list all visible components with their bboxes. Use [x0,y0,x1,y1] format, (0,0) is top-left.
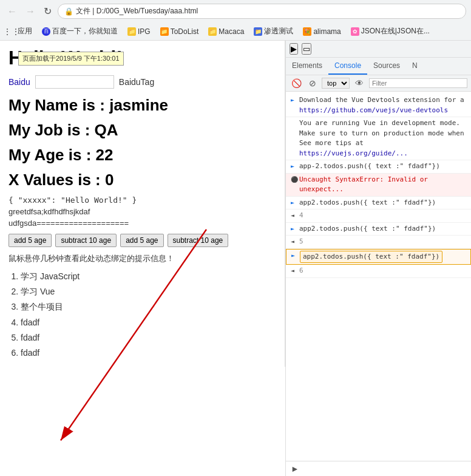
add5age-btn2[interactable]: add 5 age [120,234,163,247]
bookmark-ipg-label: IPG [138,27,151,36]
expand-arrow[interactable]: ► [291,95,297,104]
folder-icon: 📁 [127,27,136,36]
folder-icon: 📁 [208,27,217,36]
vuejs-link[interactable]: https://vuejs.org/guide/... [299,149,408,157]
list-item: fdadf [21,345,276,361]
button-row: add 5 age subtract 10 age add 5 age subt… [8,234,276,247]
bookmark-json[interactable]: ✿ JSON在线|JSON在... [348,25,432,38]
list-item: 学习 Vue [21,284,276,299]
console-text: Uncaught SyntaxError: Invalid or unexpec… [299,175,466,195]
console-toolbar: 🚫 ⊘ top 👁 [286,75,471,92]
error-icon: ⚫ [291,175,297,184]
console-line: ► app-2.todos.push({ text :" fdadf"}) [286,160,471,174]
console-text: Download the Vue Devtools extension for … [299,95,466,115]
baidu-link[interactable]: Baidu [8,77,30,87]
todo-list: 学习 JavaScript 学习 Vue 整个牛项目 fdadf fdadf f… [8,269,276,361]
folder-icon: 📁 [160,27,169,36]
security-icon: 🔒 [64,7,73,16]
x-line: X Values is : 0 [8,171,276,189]
console-output: ► Download the Vue Devtools extension fo… [286,92,471,461]
expand-arrow[interactable]: ► [291,224,297,233]
baidu-tag: BaiduTag [119,77,154,87]
baidu-row: Baidu BaiduTag [8,75,276,89]
return-arrow: ◄ [291,237,297,246]
console-highlighted-line: ► app2.todos.push({ text :" fdadf"}) [286,249,471,265]
return-arrow: ◄ [291,266,297,275]
console-line: ► app2.todos.push({ text :" fdadf"}) [286,223,471,236]
console-line: You are running Vue in development mode.… [286,117,471,160]
console-line: ► app2.todos.push({ text :" fdadf"}) [286,197,471,210]
refresh-button[interactable]: ↻ [41,4,54,18]
devtools-link[interactable]: https://github.com/vuejs/vue-devtools [299,106,448,114]
baidu-input[interactable] [35,75,114,89]
console-output-line: ◄ 6 [286,265,471,278]
back-button[interactable]: ← [5,5,19,18]
tab-sources[interactable]: Sources [367,58,406,75]
greet-text: greetdfsa;kdfhdfhsjkdaf [8,207,276,216]
nav-bar: ← → ↻ 🔒 文件 | D:/00G_Web/Tuesday/aaa.html [0,0,471,22]
job-line: My Job is : QA [8,121,276,140]
highlighted-input: app2.todos.push({ text :" fdadf"}) [300,251,442,264]
subtract10age-btn2[interactable]: subtract 10 age [168,234,229,247]
devtools-panel: ▶ ▭ Elements Console Sources N 🚫 ⊘ top 👁… [285,41,471,476]
expand-arrow[interactable]: ► [291,198,297,207]
name-line: My Name is : jasmine [8,96,276,115]
bookmark-todolist[interactable]: 📁 ToDoList [158,26,202,37]
console-text: 4 [299,211,303,221]
folder-icon: 📁 [254,27,262,36]
bookmark-todolist-label: ToDoList [171,27,199,36]
bookmark-macaca[interactable]: 📁 Macaca [206,26,246,37]
bookmark-pentest-label: 渗透测试 [264,26,293,36]
bookmark-baidu-label: 百度一下，你就知道 [52,26,118,36]
prompt-icon: ► [291,464,299,474]
eye-icon[interactable]: 👁 [353,78,365,89]
bookmark-apps[interactable]: ⋮⋮ 应用 [5,25,35,38]
bookmark-ipg[interactable]: 📁 IPG [125,26,153,37]
console-text: app2.todos.push({ text :" fdadf"}) [299,224,436,234]
subtract10age-btn1[interactable]: subtract 10 age [55,234,117,247]
console-input[interactable] [302,465,466,473]
apps-icon: ⋮⋮ [7,27,16,36]
expand-arrow[interactable]: ► [291,162,297,171]
clear-icon[interactable]: ⊘ [307,78,318,89]
bookmark-baidu[interactable]: 百 百度一下，你就知道 [39,25,120,38]
tab-more[interactable]: N [406,58,424,75]
main-area: Hello World! Baidu BaiduTag My Name is :… [0,41,471,476]
page-wrapper: Hello World! Baidu BaiduTag My Name is :… [0,41,285,476]
console-text: You are running Vue in development mode.… [299,118,466,158]
bookmark-pentest[interactable]: 📁 渗透测试 [251,25,296,38]
json-text: { "xxxxx": "Hello World!" } [8,195,276,205]
list-item: fdadf [21,315,276,330]
add5age-btn1[interactable]: add 5 age [8,234,52,247]
tab-elements[interactable]: Elements [286,58,328,75]
list-item: fdadf [21,330,276,345]
bookmark-json-label: JSON在线|JSON在... [361,26,430,36]
forward-button[interactable]: → [23,5,38,18]
json-icon: ✿ [351,27,359,36]
browser-window: ← → ↻ 🔒 文件 | D:/00G_Web/Tuesday/aaa.html… [0,0,471,41]
spacer [291,118,297,127]
tooltip-trigger[interactable]: 鼠标悬停几秒钟查看此处动态绑定的提示信息！ [8,254,174,263]
console-input-bar: ► [286,461,471,476]
expand-arrow[interactable]: ► [291,251,297,260]
device-icon[interactable]: ▭ [302,43,311,55]
tooltip-row: 鼠标悬停几秒钟查看此处动态绑定的提示信息！ 页面加载于2019/5/9 下午1:… [8,253,276,264]
alimama-icon: 💐 [303,27,311,36]
age-line: My Age is : 22 [8,146,276,165]
list-item: 学习 JavaScript [21,269,276,284]
console-text: app2.todos.push({ text :" fdadf"}) [299,198,436,208]
context-select[interactable]: top [322,78,350,89]
address-bar[interactable]: 🔒 文件 | D:/00G_Web/Tuesday/aaa.html [58,4,466,19]
devtools-tabs: Elements Console Sources N [286,58,471,75]
console-error-line: ⚫ Uncaught SyntaxError: Invalid or unexp… [286,174,471,197]
devtools-icon-bar: ▶ ▭ [286,41,471,58]
page-content: Hello World! Baidu BaiduTag My Name is :… [0,41,285,367]
inspect-icon[interactable]: ▶ [290,43,298,55]
console-text: app-2.todos.push({ text :" fdadf"}) [299,162,440,172]
stop-icon[interactable]: 🚫 [290,78,303,89]
bookmarks-bar: ⋮⋮ 应用 百 百度一下，你就知道 📁 IPG 📁 ToDoList 📁 Mac… [0,22,471,41]
bookmark-alimama[interactable]: 💐 alimama [300,26,343,37]
filter-input[interactable] [369,78,467,88]
tab-console[interactable]: Console [328,58,367,75]
bookmark-alimama-label: alimama [313,27,341,36]
